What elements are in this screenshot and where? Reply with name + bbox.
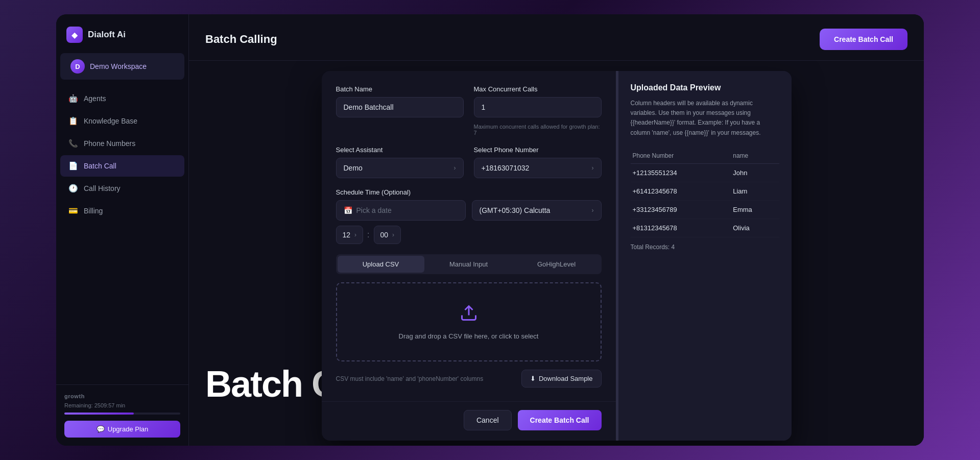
name-cell: Olivia — [731, 219, 779, 237]
nav-section: 🤖 Agents 📋 Knowledge Base 📞 Phone Number… — [56, 84, 188, 384]
phone-cell: +12135551234 — [631, 163, 731, 182]
calendar-icon: 📅 — [344, 206, 352, 214]
select-phone-dropdown[interactable]: +18163071032 › — [474, 158, 602, 178]
call-history-icon: 🕐 — [68, 184, 78, 193]
modal-dialog: Batch Name Max Concurrent Calls Maximum … — [322, 71, 792, 441]
hour-value: 12 — [343, 231, 351, 239]
sidebar-item-label: Phone Numbers — [84, 139, 135, 148]
download-icon: ⬇ — [530, 375, 536, 382]
sidebar-item-batch-call[interactable]: 📄 Batch Call — [60, 155, 184, 177]
progress-fill — [64, 413, 134, 415]
sidebar-item-phone-numbers[interactable]: 📞 Phone Numbers — [60, 133, 184, 154]
name-cell: Liam — [731, 182, 779, 200]
modal-form: Batch Name Max Concurrent Calls Maximum … — [322, 71, 616, 401]
batch-name-label: Batch Name — [336, 85, 464, 93]
logo-icon: ◆ — [66, 27, 83, 43]
name-cell: John — [731, 163, 779, 182]
chevron-down-icon: › — [592, 164, 594, 172]
phone-numbers-icon: 📞 — [68, 139, 78, 148]
sidebar-logo: ◆ Dialoft Ai — [56, 14, 188, 53]
workspace-name: Demo Workspace — [90, 62, 147, 70]
select-phone-label: Select Phone Number — [474, 146, 602, 154]
knowledge-base-icon: 📋 — [68, 116, 78, 126]
download-sample-button[interactable]: ⬇ Download Sample — [521, 370, 602, 388]
batch-name-group: Batch Name — [336, 85, 464, 136]
time-select-row: 12 › : 00 › — [336, 226, 602, 244]
max-concurrent-hint: Maximum concurrent calls allowed for gro… — [474, 124, 602, 136]
form-row-select: Select Assistant Demo › Select Phone Num… — [336, 146, 602, 178]
content-area: Batch Calling Create Batch Call Batch Ca… — [189, 14, 924, 446]
schedule-label: Schedule Time (Optional) — [336, 188, 602, 196]
tab-manual-input[interactable]: Manual Input — [425, 256, 512, 273]
tabs-row: Upload CSV Manual Input GoHighLevel — [336, 254, 602, 274]
progress-bar — [64, 413, 180, 415]
phone-cell: +81312345678 — [631, 219, 731, 237]
plan-badge: growth — [64, 393, 180, 399]
col-name-header: name — [731, 148, 779, 164]
upgrade-button[interactable]: 💬 Upgrade Plan — [64, 421, 180, 438]
remaining-text: Remaining: 2509:57 min — [64, 402, 180, 408]
selected-phone-value: +18163071032 — [482, 164, 530, 172]
preview-table: Phone Number name +12135551234 John +614… — [631, 148, 779, 237]
total-records: Total Records: 4 — [631, 244, 779, 251]
sidebar-item-knowledge-base[interactable]: 📋 Knowledge Base — [60, 110, 184, 132]
sidebar-item-label: Batch Call — [84, 162, 116, 170]
tab-upload-csv[interactable]: Upload CSV — [338, 256, 424, 273]
sidebar-item-agents[interactable]: 🤖 Agents — [60, 88, 184, 109]
sidebar-item-billing[interactable]: 💳 Billing — [60, 200, 184, 222]
chevron-down-icon: › — [354, 231, 356, 238]
agents-icon: 🤖 — [68, 94, 78, 103]
sidebar-bottom: growth Remaining: 2509:57 min 💬 Upgrade … — [56, 384, 188, 446]
max-concurrent-label: Max Concurrent Calls — [474, 85, 602, 93]
date-placeholder: Pick a date — [356, 206, 392, 214]
create-batch-call-button[interactable]: Create Batch Call — [518, 410, 602, 430]
max-concurrent-group: Max Concurrent Calls Maximum concurrent … — [474, 85, 602, 136]
timezone-dropdown[interactable]: (GMT+05:30) Calcutta › — [472, 200, 602, 221]
schedule-inputs: 📅 Pick a date (GMT+05:30) Calcutta › — [336, 200, 602, 221]
csv-hint-text: CSV must include 'name' and 'phoneNumber… — [336, 375, 484, 382]
preview-title: Uploaded Data Preview — [631, 83, 779, 92]
preview-description: Column headers will be available as dyna… — [631, 99, 779, 138]
modal-footer: Cancel Create Batch Call — [322, 401, 616, 441]
csv-drop-zone[interactable]: Drag and drop a CSV file here, or click … — [336, 282, 602, 361]
hour-select[interactable]: 12 › — [336, 226, 364, 244]
date-picker[interactable]: 📅 Pick a date — [336, 200, 466, 221]
minute-select[interactable]: 00 › — [374, 226, 401, 244]
name-cell: Emma — [731, 200, 779, 219]
page-title: Batch Calling — [205, 33, 277, 46]
select-assistant-dropdown[interactable]: Demo › — [336, 158, 464, 178]
workspace-selector[interactable]: D Demo Workspace — [60, 53, 184, 80]
phone-cell: +33123456789 — [631, 200, 731, 219]
table-row: +33123456789 Emma — [631, 200, 779, 219]
sidebar-item-label: Call History — [84, 184, 121, 192]
form-row-top: Batch Name Max Concurrent Calls Maximum … — [336, 85, 602, 136]
chevron-down-icon: › — [592, 207, 594, 214]
col-phone-header: Phone Number — [631, 148, 731, 164]
logo-text: Dialoft Ai — [88, 30, 126, 40]
sidebar-item-label: Billing — [84, 207, 103, 215]
max-concurrent-input[interactable] — [474, 97, 602, 117]
selected-assistant-value: Demo — [344, 164, 363, 172]
table-row: +12135551234 John — [631, 163, 779, 182]
create-batch-call-header-button[interactable]: Create Batch Call — [820, 29, 907, 50]
upload-icon — [347, 304, 590, 326]
modal-overlay: Batch Calling Batch Name Max Concu — [189, 61, 924, 446]
time-separator: : — [367, 230, 369, 239]
chevron-down-icon: › — [392, 231, 394, 238]
sidebar: ◆ Dialoft Ai D Demo Workspace 🤖 Agents 📋… — [56, 14, 189, 446]
sidebar-item-label: Agents — [84, 94, 106, 103]
cancel-button[interactable]: Cancel — [464, 410, 512, 430]
batch-call-icon: 📄 — [68, 161, 78, 171]
csv-hint-row: CSV must include 'name' and 'phoneNumber… — [336, 370, 602, 388]
phone-cell: +61412345678 — [631, 182, 731, 200]
batch-name-input[interactable] — [336, 97, 464, 117]
tab-gohighlevel[interactable]: GoHighLevel — [513, 256, 600, 273]
workspace-avatar: D — [70, 59, 85, 74]
sidebar-item-call-history[interactable]: 🕐 Call History — [60, 178, 184, 199]
sidebar-item-label: Knowledge Base — [84, 117, 137, 125]
select-phone-group: Select Phone Number +18163071032 › — [474, 146, 602, 178]
timezone-value: (GMT+05:30) Calcutta — [480, 206, 551, 214]
schedule-row: Schedule Time (Optional) 📅 Pick a date (… — [336, 188, 602, 244]
select-assistant-label: Select Assistant — [336, 146, 464, 154]
preview-panel: Uploaded Data Preview Column headers wil… — [618, 71, 792, 441]
